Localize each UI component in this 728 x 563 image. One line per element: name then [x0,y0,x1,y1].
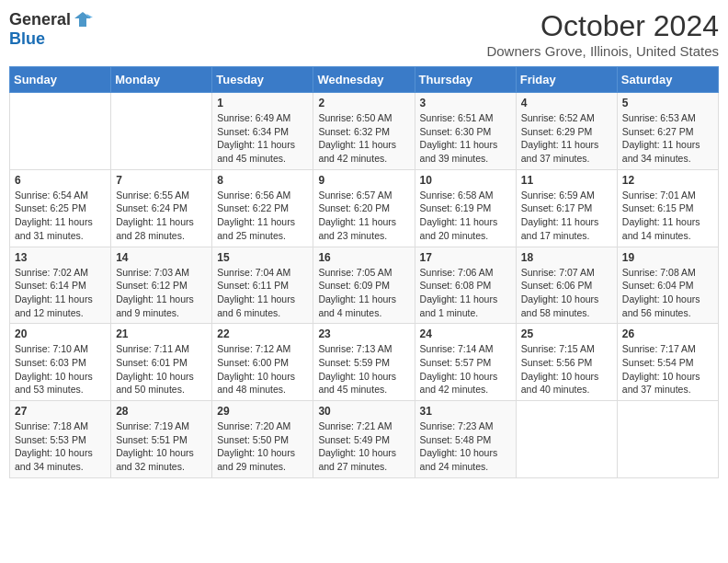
day-number: 22 [217,327,308,340]
calendar-cell: 9Sunrise: 6:57 AM Sunset: 6:20 PM Daylig… [313,169,415,247]
day-number: 6 [15,174,106,187]
cell-content: Sunrise: 7:20 AM Sunset: 5:50 PM Dayligh… [217,419,308,474]
day-header-thursday: Thursday [415,67,516,93]
week-row-5: 27Sunrise: 7:18 AM Sunset: 5:53 PM Dayli… [10,401,719,478]
day-number: 21 [116,327,207,340]
day-number: 24 [420,327,511,340]
cell-content: Sunrise: 7:01 AM Sunset: 6:15 PM Dayligh… [622,189,713,243]
cell-content: Sunrise: 7:17 AM Sunset: 5:54 PM Dayligh… [622,342,713,396]
cell-content: Sunrise: 7:18 AM Sunset: 5:53 PM Dayligh… [15,419,106,474]
svg-marker-0 [74,12,91,27]
cell-content: Sunrise: 7:12 AM Sunset: 6:00 PM Dayligh… [217,342,308,396]
week-row-2: 6Sunrise: 6:54 AM Sunset: 6:25 PM Daylig… [10,169,719,247]
calendar-cell [111,93,212,170]
day-header-sunday: Sunday [10,67,111,93]
cell-content: Sunrise: 7:15 AM Sunset: 5:56 PM Dayligh… [521,342,612,396]
logo-blue-text: Blue [9,29,45,48]
calendar-cell: 19Sunrise: 7:08 AM Sunset: 6:04 PM Dayli… [617,247,718,324]
day-number: 1 [217,97,308,109]
day-number: 23 [318,327,409,340]
cell-content: Sunrise: 6:59 AM Sunset: 6:17 PM Dayligh… [521,189,612,243]
title-area: October 2024 Downers Grove, Illinois, Un… [486,9,719,59]
calendar-cell: 7Sunrise: 6:55 AM Sunset: 6:24 PM Daylig… [111,169,212,247]
cell-content: Sunrise: 7:23 AM Sunset: 5:48 PM Dayligh… [420,419,511,474]
day-number: 8 [217,174,308,187]
logo-general-text: General [9,10,71,29]
day-number: 12 [622,174,713,187]
day-number: 19 [622,251,713,264]
cell-content: Sunrise: 6:57 AM Sunset: 6:20 PM Dayligh… [318,189,409,243]
calendar-cell: 28Sunrise: 7:19 AM Sunset: 5:51 PM Dayli… [111,401,212,478]
calendar-cell: 24Sunrise: 7:14 AM Sunset: 5:57 PM Dayli… [415,324,516,401]
calendar-cell: 15Sunrise: 7:04 AM Sunset: 6:11 PM Dayli… [212,247,313,324]
day-number: 31 [420,405,511,418]
calendar-cell: 21Sunrise: 7:11 AM Sunset: 6:01 PM Dayli… [111,324,212,401]
day-header-monday: Monday [111,67,212,93]
calendar-cell: 25Sunrise: 7:15 AM Sunset: 5:56 PM Dayli… [516,324,617,401]
cell-content: Sunrise: 6:54 AM Sunset: 6:25 PM Dayligh… [15,189,106,243]
calendar-cell: 8Sunrise: 6:56 AM Sunset: 6:22 PM Daylig… [212,169,313,247]
cell-content: Sunrise: 7:21 AM Sunset: 5:49 PM Dayligh… [318,419,409,474]
day-number: 29 [217,405,308,418]
calendar-cell: 18Sunrise: 7:07 AM Sunset: 6:06 PM Dayli… [516,247,617,324]
calendar-cell: 2Sunrise: 6:50 AM Sunset: 6:32 PM Daylig… [313,93,415,170]
calendar-cell: 3Sunrise: 6:51 AM Sunset: 6:30 PM Daylig… [415,93,516,170]
cell-content: Sunrise: 6:51 AM Sunset: 6:30 PM Dayligh… [420,111,511,166]
cell-content: Sunrise: 7:05 AM Sunset: 6:09 PM Dayligh… [318,266,409,320]
calendar-cell: 23Sunrise: 7:13 AM Sunset: 5:59 PM Dayli… [313,324,415,401]
calendar-cell: 14Sunrise: 7:03 AM Sunset: 6:12 PM Dayli… [111,247,212,324]
cell-content: Sunrise: 6:58 AM Sunset: 6:19 PM Dayligh… [420,189,511,243]
calendar-cell: 20Sunrise: 7:10 AM Sunset: 6:03 PM Dayli… [10,324,111,401]
logo-bird-icon [73,9,93,29]
cell-content: Sunrise: 6:52 AM Sunset: 6:29 PM Dayligh… [521,111,612,166]
day-number: 2 [318,97,409,109]
cell-content: Sunrise: 7:02 AM Sunset: 6:14 PM Dayligh… [15,266,106,320]
day-header-wednesday: Wednesday [313,67,415,93]
calendar-table: SundayMondayTuesdayWednesdayThursdayFrid… [9,66,719,478]
calendar-cell: 1Sunrise: 6:49 AM Sunset: 6:34 PM Daylig… [212,93,313,170]
calendar-cell: 12Sunrise: 7:01 AM Sunset: 6:15 PM Dayli… [617,169,718,247]
week-row-4: 20Sunrise: 7:10 AM Sunset: 6:03 PM Dayli… [10,324,719,401]
day-number: 5 [622,97,713,109]
day-number: 26 [622,327,713,340]
calendar-cell: 22Sunrise: 7:12 AM Sunset: 6:00 PM Dayli… [212,324,313,401]
month-title: October 2024 [486,9,719,43]
calendar-cell: 5Sunrise: 6:53 AM Sunset: 6:27 PM Daylig… [617,93,718,170]
calendar-cell [617,401,718,478]
calendar-cell: 16Sunrise: 7:05 AM Sunset: 6:09 PM Dayli… [313,247,415,324]
calendar-cell: 10Sunrise: 6:58 AM Sunset: 6:19 PM Dayli… [415,169,516,247]
day-header-friday: Friday [516,67,617,93]
cell-content: Sunrise: 7:11 AM Sunset: 6:01 PM Dayligh… [116,342,207,396]
day-number: 15 [217,251,308,264]
calendar-cell: 26Sunrise: 7:17 AM Sunset: 5:54 PM Dayli… [617,324,718,401]
cell-content: Sunrise: 7:03 AM Sunset: 6:12 PM Dayligh… [116,266,207,320]
cell-content: Sunrise: 7:19 AM Sunset: 5:51 PM Dayligh… [116,419,207,474]
day-number: 18 [521,251,612,264]
day-number: 20 [15,327,106,340]
day-number: 10 [420,174,511,187]
calendar-cell [516,401,617,478]
day-number: 7 [116,174,207,187]
cell-content: Sunrise: 7:08 AM Sunset: 6:04 PM Dayligh… [622,266,713,320]
day-number: 16 [318,251,409,264]
calendar-cell: 31Sunrise: 7:23 AM Sunset: 5:48 PM Dayli… [415,401,516,478]
day-number: 13 [15,251,106,264]
day-number: 4 [521,97,612,109]
header-row: SundayMondayTuesdayWednesdayThursdayFrid… [10,67,719,93]
day-number: 17 [420,251,511,264]
cell-content: Sunrise: 7:07 AM Sunset: 6:06 PM Dayligh… [521,266,612,320]
cell-content: Sunrise: 6:56 AM Sunset: 6:22 PM Dayligh… [217,189,308,243]
calendar-cell: 4Sunrise: 6:52 AM Sunset: 6:29 PM Daylig… [516,93,617,170]
calendar-cell: 11Sunrise: 6:59 AM Sunset: 6:17 PM Dayli… [516,169,617,247]
day-number: 14 [116,251,207,264]
calendar-cell: 30Sunrise: 7:21 AM Sunset: 5:49 PM Dayli… [313,401,415,478]
cell-content: Sunrise: 7:14 AM Sunset: 5:57 PM Dayligh… [420,342,511,396]
location-subtitle: Downers Grove, Illinois, United States [486,43,719,59]
cell-content: Sunrise: 6:49 AM Sunset: 6:34 PM Dayligh… [217,111,308,166]
calendar-cell: 29Sunrise: 7:20 AM Sunset: 5:50 PM Dayli… [212,401,313,478]
day-number: 28 [116,405,207,418]
calendar-cell: 6Sunrise: 6:54 AM Sunset: 6:25 PM Daylig… [10,169,111,247]
calendar-cell [10,93,111,170]
calendar-cell: 17Sunrise: 7:06 AM Sunset: 6:08 PM Dayli… [415,247,516,324]
logo: General Blue [9,9,93,49]
